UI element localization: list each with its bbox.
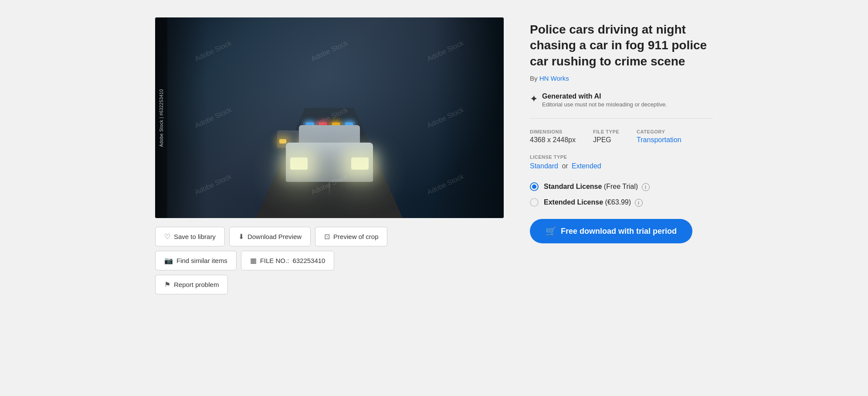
author-link[interactable]: HN Works bbox=[539, 75, 569, 82]
dimensions-value: 4368 x 2448px bbox=[530, 136, 576, 144]
metadata-grid: DIMENSIONS 4368 x 2448px FILE TYPE JPEG … bbox=[530, 129, 713, 144]
standard-license-link[interactable]: Standard bbox=[530, 162, 558, 170]
image-title: Police cars driving at night chasing a c… bbox=[530, 22, 713, 69]
ai-text: Generated with AI Editorial use must not… bbox=[542, 92, 667, 108]
preview-crop-button[interactable]: ⊡ Preview of crop bbox=[315, 227, 387, 246]
extended-radio-circle[interactable] bbox=[530, 198, 539, 207]
ai-badge: ✦ Generated with AI Editorial use must n… bbox=[530, 92, 713, 119]
watermark-cell-0: Adobe Stock bbox=[193, 39, 233, 63]
crop-icon: ⊡ bbox=[324, 232, 330, 241]
heart-icon: ♡ bbox=[164, 232, 170, 241]
filetype-label: FILE TYPE bbox=[593, 129, 619, 134]
license-section: LICENSE TYPE Standard or Extended bbox=[530, 154, 713, 170]
watermark-cell-7: Adobe Stock bbox=[310, 173, 349, 197]
ai-icon: ✦ bbox=[530, 93, 538, 105]
extended-license-option[interactable]: Extended License (€63.99) i bbox=[530, 198, 713, 207]
watermark-cell-2: Adobe Stock bbox=[426, 39, 465, 63]
extended-price: (€63.99) bbox=[605, 198, 631, 206]
file-no-label: FILE NO.: bbox=[260, 257, 289, 264]
radio-options: Standard License (Free Trial) i Extended… bbox=[530, 182, 713, 207]
free-download-button[interactable]: 🛒 Free download with trial period bbox=[530, 219, 692, 243]
category-item: CATEGORY Transportation bbox=[637, 129, 682, 144]
btn-row-3: ⚑ Report problem bbox=[155, 275, 504, 294]
vertical-label-text: Adobe Stock | #632253410 bbox=[159, 89, 164, 147]
btn-row-1: ♡ Save to library ⬇ Download Preview ⊡ P… bbox=[155, 227, 504, 246]
watermark-cell-1: Adobe Stock bbox=[310, 39, 349, 63]
report-problem-button[interactable]: ⚑ Report problem bbox=[155, 275, 228, 294]
flag-icon: ⚑ bbox=[164, 280, 170, 289]
file-no-button[interactable]: ▦ FILE NO.: 632253410 bbox=[241, 251, 335, 270]
action-buttons: ♡ Save to library ⬇ Download Preview ⊡ P… bbox=[155, 227, 504, 294]
find-similar-button[interactable]: 📷 Find similar items bbox=[155, 251, 237, 270]
category-link[interactable]: Transportation bbox=[637, 136, 682, 143]
standard-info-icon[interactable]: i bbox=[642, 183, 650, 191]
grid-icon: ▦ bbox=[250, 256, 257, 265]
license-label: LICENSE TYPE bbox=[530, 154, 713, 160]
cart-icon: 🛒 bbox=[546, 226, 556, 236]
extended-license-link[interactable]: Extended bbox=[572, 162, 601, 170]
watermark-cell-8: Adobe Stock bbox=[426, 173, 465, 197]
ai-badge-sublabel: Editorial use must not be misleading or … bbox=[542, 101, 667, 108]
category-value: Transportation bbox=[637, 136, 682, 144]
image-wrapper: Adobe Stock Adobe Stock Adobe Stock Adob… bbox=[155, 17, 504, 218]
license-links: Standard or Extended bbox=[530, 162, 713, 170]
file-no-value: 632253410 bbox=[292, 257, 325, 264]
left-panel: Adobe Stock Adobe Stock Adobe Stock Adob… bbox=[155, 17, 504, 294]
dimensions-item: DIMENSIONS 4368 x 2448px bbox=[530, 129, 576, 144]
extended-license-label: Extended License (€63.99) i bbox=[544, 198, 643, 207]
filetype-value: JPEG bbox=[593, 136, 619, 144]
author-line: By HN Works bbox=[530, 75, 713, 82]
watermark-cell-3: Adobe Stock bbox=[193, 106, 233, 130]
extended-info-icon[interactable]: i bbox=[635, 199, 643, 207]
watermark-cell-4: Adobe Stock bbox=[310, 106, 349, 130]
watermark-grid: Adobe Stock Adobe Stock Adobe Stock Adob… bbox=[155, 17, 504, 218]
watermark-cell-6: Adobe Stock bbox=[193, 173, 233, 197]
download-preview-button[interactable]: ⬇ Download Preview bbox=[229, 227, 311, 246]
standard-radio-circle[interactable] bbox=[530, 182, 539, 191]
watermark-cell-5: Adobe Stock bbox=[426, 106, 465, 130]
right-panel: Police cars driving at night chasing a c… bbox=[530, 17, 713, 243]
save-library-button[interactable]: ♡ Save to library bbox=[155, 227, 225, 246]
standard-license-option[interactable]: Standard License (Free Trial) i bbox=[530, 182, 713, 191]
standard-note: (Free Trial) bbox=[604, 183, 638, 190]
btn-row-2: 📷 Find similar items ▦ FILE NO.: 6322534… bbox=[155, 251, 504, 270]
vertical-label: Adobe Stock | #632253410 bbox=[155, 17, 167, 218]
dimensions-label: DIMENSIONS bbox=[530, 129, 576, 134]
camera-icon: 📷 bbox=[164, 256, 173, 265]
stock-image: Adobe Stock Adobe Stock Adobe Stock Adob… bbox=[155, 17, 504, 218]
standard-license-label: Standard License (Free Trial) i bbox=[544, 183, 650, 191]
download-icon: ⬇ bbox=[238, 232, 244, 241]
ai-badge-label: Generated with AI bbox=[542, 92, 667, 100]
filetype-item: FILE TYPE JPEG bbox=[593, 129, 619, 144]
standard-radio-dot bbox=[532, 184, 536, 189]
license-separator: or bbox=[562, 162, 568, 170]
category-label: CATEGORY bbox=[637, 129, 682, 134]
